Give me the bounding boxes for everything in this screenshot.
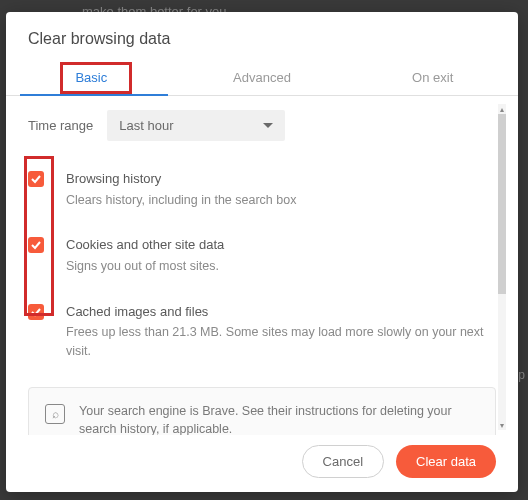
- dialog-footer: Cancel Clear data: [6, 435, 518, 478]
- time-range-row: Time range Last hour: [28, 110, 496, 141]
- scrollbar[interactable]: ▴ ▾: [498, 104, 506, 430]
- scroll-up-icon[interactable]: ▴: [498, 104, 506, 114]
- dialog-title: Clear browsing data: [6, 30, 518, 62]
- check-icon: [30, 173, 42, 185]
- check-icon: [30, 306, 42, 318]
- option-title: Cached images and files: [66, 302, 496, 322]
- option-title: Browsing history: [66, 169, 296, 189]
- clear-data-button[interactable]: Clear data: [396, 445, 496, 478]
- dialog-content: Time range Last hour Browsing history Cl…: [6, 96, 518, 435]
- option-desc: Signs you out of most sites.: [66, 257, 224, 276]
- checkbox-cookies[interactable]: [28, 237, 44, 253]
- magnify-icon: ⌕: [45, 404, 65, 424]
- chevron-down-icon: [263, 123, 273, 128]
- tab-basic[interactable]: Basic: [6, 62, 177, 95]
- time-range-select[interactable]: Last hour: [107, 110, 285, 141]
- tab-bar: Basic Advanced On exit: [6, 62, 518, 96]
- option-cache: Cached images and files Frees up less th…: [28, 302, 496, 361]
- search-engine-notice: ⌕ Your search engine is Brave. See their…: [28, 387, 496, 436]
- check-icon: [30, 239, 42, 251]
- checkbox-browsing-history[interactable]: [28, 171, 44, 187]
- option-title: Cookies and other site data: [66, 235, 224, 255]
- option-cookies: Cookies and other site data Signs you ou…: [28, 235, 496, 275]
- time-range-label: Time range: [28, 118, 93, 133]
- tab-on-exit[interactable]: On exit: [347, 62, 518, 95]
- option-desc: Clears history, including in the search …: [66, 191, 296, 210]
- checkbox-cache[interactable]: [28, 304, 44, 320]
- cancel-button[interactable]: Cancel: [302, 445, 384, 478]
- tab-advanced[interactable]: Advanced: [177, 62, 348, 95]
- option-desc: Frees up less than 21.3 MB. Some sites m…: [66, 323, 496, 361]
- time-range-value: Last hour: [119, 118, 173, 133]
- scroll-thumb[interactable]: [498, 114, 506, 294]
- scroll-down-icon[interactable]: ▾: [498, 420, 506, 430]
- clear-browsing-data-dialog: Clear browsing data Basic Advanced On ex…: [6, 12, 518, 492]
- notice-text: Your search engine is Brave. See their i…: [79, 402, 479, 436]
- option-browsing-history: Browsing history Clears history, includi…: [28, 169, 496, 209]
